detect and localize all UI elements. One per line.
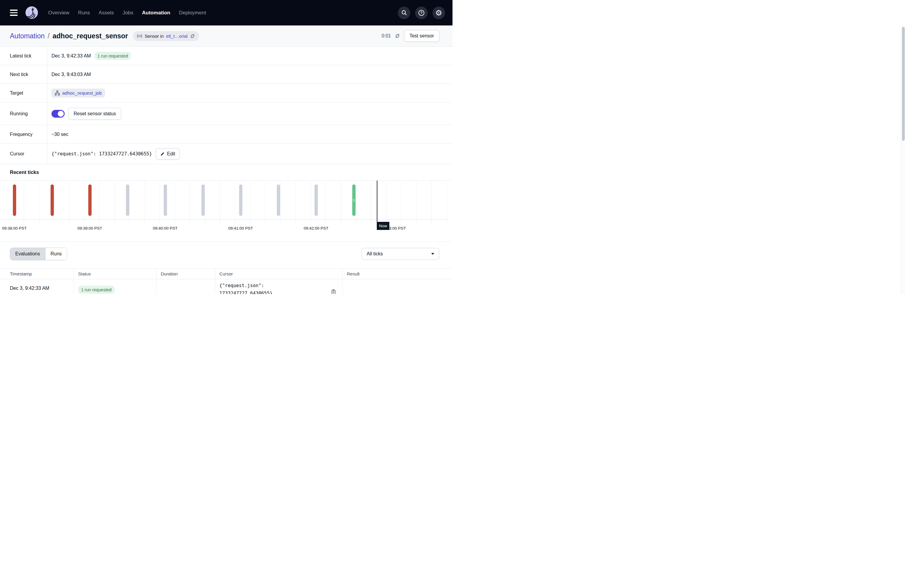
cursor-row: Cursor {"request.json": 1733247727.64306… — [0, 144, 452, 164]
tick-filter-select[interactable]: All ticks — [362, 248, 439, 260]
nav-item-deployment[interactable]: Deployment — [179, 10, 206, 16]
x-axis-label: 09:42:00 PST — [304, 226, 329, 230]
tick-bar-skipped[interactable] — [126, 184, 129, 216]
column-header-timestamp: Timestamp — [0, 269, 74, 279]
tick-bar-skipped[interactable] — [277, 184, 280, 216]
next-tick-row: Next tick Dec 3, 9:43:03 AM — [0, 65, 452, 84]
dagster-logo[interactable] — [24, 5, 39, 21]
pencil-icon — [160, 152, 165, 156]
now-marker-label: Now — [377, 222, 389, 230]
refresh-countdown: 0:01 — [381, 33, 391, 39]
ticks-plot — [0, 181, 448, 219]
gear-icon: ⚙ — [435, 9, 442, 17]
next-tick-value: Dec 3, 9:43:03 AM — [51, 72, 91, 77]
view-segmented-control: Evaluations Runs — [10, 248, 67, 260]
evaluations-table-header: Timestamp Status Duration Cursor Result — [0, 268, 452, 279]
nav-links: Overview Runs Assets Jobs Automation Dep… — [48, 10, 206, 16]
copy-cursor-icon[interactable] — [331, 289, 337, 294]
x-axis-label: 09:41:00 PST — [229, 226, 253, 230]
breadcrumb-separator: / — [48, 32, 49, 40]
frequency-value: ~30 sec — [51, 132, 68, 137]
column-header-status: Status — [74, 269, 157, 279]
tick-bar-skipped[interactable] — [314, 184, 318, 216]
code-location-link[interactable]: etl_t…orial — [166, 33, 187, 39]
latest-tick-label: Latest tick — [0, 47, 47, 65]
reset-sensor-status-button[interactable]: Reset sensor status — [68, 108, 121, 120]
target-job-pill[interactable]: adhoc_request_job — [51, 89, 105, 98]
breadcrumb-automation[interactable]: Automation — [10, 32, 44, 40]
recent-ticks-chart: 109:38:00 PST09:39:00 PST09:40:00 PST09:… — [0, 180, 452, 242]
nav-item-runs[interactable]: Runs — [78, 10, 90, 16]
cursor-label: Cursor — [0, 144, 47, 164]
tick-bar-skipped[interactable] — [202, 184, 205, 216]
target-label: Target — [0, 84, 47, 102]
evaluation-table-row: Dec 3, 9:42:33 AM 1 run requested 0:00:0… — [0, 279, 452, 294]
column-header-result: Result — [343, 269, 452, 279]
help-button[interactable]: ? — [415, 6, 428, 19]
evaluation-status-badge: 1 run requested — [78, 286, 114, 294]
edit-cursor-label: Edit — [167, 151, 175, 157]
x-axis-label: 09:40:00 PST — [153, 226, 178, 230]
tick-bar-skipped[interactable] — [164, 184, 167, 216]
evaluation-timestamp: Dec 3, 9:42:33 AM — [0, 279, 74, 294]
sensor-icon — [137, 33, 143, 39]
tick-bar-success[interactable]: 1 — [352, 184, 356, 216]
evaluation-cursor-line2: 1733247727.6430655} — [219, 289, 272, 294]
nav-item-overview[interactable]: Overview — [48, 10, 70, 16]
search-button[interactable] — [398, 6, 410, 19]
tick-bar-failure[interactable] — [88, 184, 92, 216]
column-header-duration: Duration — [157, 269, 215, 279]
frequency-label: Frequency — [0, 125, 47, 143]
column-header-cursor: Cursor — [215, 269, 343, 279]
tick-filter-value: All ticks — [367, 251, 383, 257]
latest-tick-value: Dec 3, 9:42:33 AM — [51, 53, 91, 59]
search-icon — [401, 10, 407, 16]
tick-bar-failure[interactable] — [13, 184, 16, 216]
chevron-down-icon — [431, 253, 434, 255]
target-job-link[interactable]: adhoc_request_job — [62, 91, 102, 96]
test-sensor-button[interactable]: Test sensor — [404, 30, 439, 42]
settings-button[interactable]: ⚙ — [432, 6, 445, 19]
target-row: Target adhoc_request_job — [0, 84, 452, 102]
sensor-location-badge: Sensor in etl_t…orial — [133, 31, 199, 41]
frequency-row: Frequency ~30 sec — [0, 125, 452, 144]
svg-text:?: ? — [420, 11, 422, 15]
job-graph-icon — [55, 91, 60, 95]
help-icon: ? — [418, 10, 425, 16]
next-tick-label: Next tick — [0, 65, 47, 84]
sensor-badge-text: Sensor in — [145, 33, 164, 39]
refresh-icon[interactable] — [395, 33, 400, 39]
latest-tick-status-badge: 1 run requested — [95, 52, 131, 60]
nav-item-jobs[interactable]: Jobs — [123, 10, 133, 16]
reload-location-icon[interactable] — [190, 33, 195, 39]
edit-cursor-button[interactable]: Edit — [156, 148, 180, 160]
cursor-value: {"request.json": 1733247727.6430655} — [51, 151, 152, 157]
tab-runs[interactable]: Runs — [45, 248, 67, 260]
page-header: Automation / adhoc_request_sensor Sensor… — [0, 25, 452, 47]
tick-bar-skipped[interactable] — [239, 184, 243, 216]
latest-tick-row: Latest tick Dec 3, 9:42:33 AM 1 run requ… — [0, 47, 452, 65]
evaluation-cursor-line1: {"request.json": — [219, 282, 272, 289]
evaluations-toolbar: Evaluations Runs All ticks — [0, 248, 452, 260]
running-label: Running — [0, 102, 47, 125]
running-toggle[interactable] — [51, 110, 65, 118]
tick-bar-failure[interactable] — [51, 184, 54, 216]
nav-item-automation[interactable]: Automation — [142, 10, 170, 16]
running-row: Running Reset sensor status — [0, 102, 452, 125]
x-axis-label: 09:39:00 PST — [78, 226, 102, 230]
x-axis-label: 09:38:00 PST — [2, 226, 27, 230]
nav-item-assets[interactable]: Assets — [99, 10, 114, 16]
tab-evaluations[interactable]: Evaluations — [10, 248, 45, 260]
page-title: adhoc_request_sensor — [53, 32, 128, 40]
menu-icon[interactable] — [10, 10, 17, 16]
top-navbar: Overview Runs Assets Jobs Automation Dep… — [0, 0, 452, 25]
recent-ticks-heading: Recent ticks — [10, 170, 452, 175]
